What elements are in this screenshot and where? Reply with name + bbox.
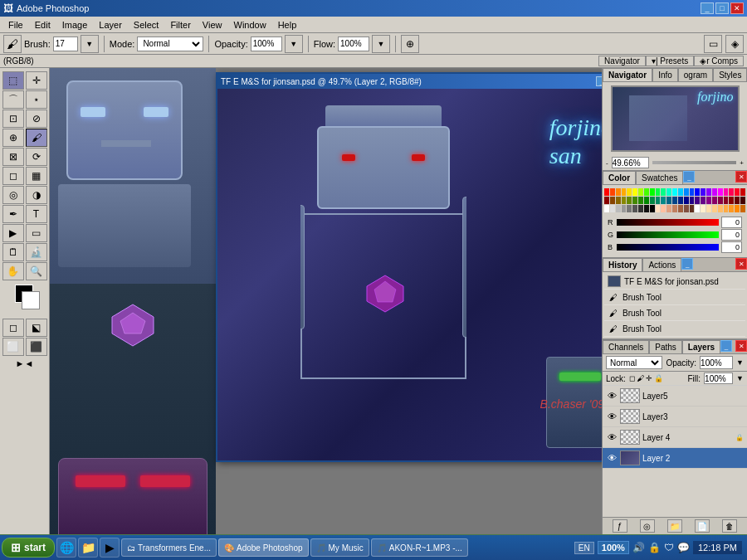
background-color[interactable] — [22, 291, 40, 309]
fill-arrow[interactable]: ▼ — [736, 374, 744, 382]
opacity-input[interactable] — [251, 37, 282, 51]
zoom-tool[interactable]: 🔍 — [26, 262, 47, 280]
swatch-26[interactable] — [610, 197, 615, 204]
magic-wand-tool[interactable]: ⋆ — [26, 90, 47, 109]
swatch-2[interactable] — [616, 188, 621, 196]
swatch-51[interactable] — [610, 205, 615, 212]
layer-eye-0[interactable]: 👁 — [606, 390, 618, 402]
new-layer-btn[interactable]: 📄 — [695, 519, 710, 533]
swatch-19[interactable] — [712, 188, 717, 196]
brushes-tab[interactable]: Navigator — [598, 56, 646, 66]
dodge-tool[interactable]: ◑ — [26, 186, 47, 204]
swatch-49[interactable] — [740, 197, 745, 204]
swatch-3[interactable] — [622, 188, 627, 196]
tab-swatches[interactable]: Swatches — [636, 171, 683, 184]
menu-image[interactable]: Image — [57, 18, 93, 32]
maximize-button[interactable]: □ — [715, 2, 729, 14]
crop-tool[interactable]: ⊡ — [2, 110, 24, 128]
pen-tool[interactable]: ✒ — [2, 205, 24, 223]
layer-style-btn[interactable]: ƒ — [613, 519, 627, 533]
brush-size-input[interactable] — [53, 37, 78, 51]
presets-tab[interactable]: ▾| Presets — [646, 56, 694, 66]
swatch-34[interactable] — [656, 197, 661, 204]
move-tool[interactable]: ✛ — [26, 71, 47, 90]
lock-paint-icon[interactable]: 🖌 — [637, 374, 644, 382]
taskbar-btn-1[interactable]: 🎨 Adobe Photoshop — [218, 538, 309, 557]
menu-edit[interactable]: Edit — [30, 18, 56, 32]
color-panel-min[interactable]: _ — [683, 171, 695, 183]
swatch-62[interactable] — [672, 205, 677, 212]
swatch-68[interactable] — [706, 205, 711, 212]
shape-tool[interactable]: ▭ — [26, 224, 47, 242]
brush-preset-btn[interactable]: ▼ — [81, 35, 99, 53]
slice-tool[interactable]: ⊘ — [26, 110, 47, 128]
swatch-4[interactable] — [627, 188, 632, 196]
history-item-0[interactable]: TF E M&S for jionsan.psd — [604, 274, 745, 290]
layer-item-0[interactable]: 👁 Layer5 — [603, 386, 747, 407]
taskbar-btn-2[interactable]: 🎵 My Music — [310, 538, 369, 557]
hand-tool[interactable]: ✋ — [2, 262, 24, 280]
swatch-21[interactable] — [724, 188, 729, 196]
history-panel-min[interactable]: _ — [681, 258, 693, 270]
taskbar-icon-media[interactable]: ▶ — [100, 538, 120, 558]
color-panel-close[interactable]: ✕ — [735, 171, 747, 183]
lock-move-icon[interactable]: ✛ — [646, 374, 652, 382]
menu-file[interactable]: File — [3, 18, 28, 32]
swatch-25[interactable] — [604, 197, 609, 204]
history-item-2[interactable]: 🖌 Brush Tool — [604, 305, 745, 321]
tab-navigator[interactable]: Navigator — [603, 68, 652, 81]
eraser-tool[interactable]: ◻ — [2, 167, 24, 185]
g-value[interactable] — [721, 229, 742, 241]
document-canvas[interactable]: forjino san B.chaser '09 — [217, 89, 602, 460]
swatch-56[interactable] — [638, 205, 643, 212]
swatch-54[interactable] — [627, 205, 632, 212]
r-slider[interactable] — [617, 219, 719, 226]
layer-eye-3[interactable]: 👁 — [606, 452, 618, 464]
swatch-43[interactable] — [706, 197, 711, 204]
taskbar-icon-folder[interactable]: 📁 — [78, 538, 98, 558]
mode-select[interactable]: Normal Multiply Screen — [137, 37, 203, 51]
swatch-32[interactable] — [644, 197, 649, 204]
zoom-in-icon[interactable]: + — [740, 159, 744, 167]
swatch-8[interactable] — [650, 188, 655, 196]
swatch-38[interactable] — [678, 197, 683, 204]
swatch-27[interactable] — [616, 197, 621, 204]
swatch-22[interactable] — [729, 188, 734, 196]
swatch-41[interactable] — [695, 197, 700, 204]
tab-channels[interactable]: Channels — [603, 340, 649, 353]
layers-panel-close[interactable]: ✕ — [735, 340, 747, 352]
layers-blend-mode[interactable]: Normal — [606, 356, 662, 369]
swatch-12[interactable] — [672, 188, 677, 196]
swatch-14[interactable] — [684, 188, 689, 196]
fullscreen-btn[interactable]: ⬛ — [26, 338, 47, 356]
swatch-24[interactable] — [740, 188, 745, 196]
swatch-23[interactable] — [735, 188, 740, 196]
menu-filter[interactable]: Filter — [165, 18, 195, 32]
lock-transparent-icon[interactable]: ◻ — [629, 374, 635, 382]
tab-color[interactable]: Color — [603, 171, 636, 184]
swatch-15[interactable] — [690, 188, 695, 196]
swatch-37[interactable] — [672, 197, 677, 204]
blur-tool[interactable]: ◎ — [2, 186, 24, 204]
swatch-70[interactable] — [718, 205, 723, 212]
swatch-61[interactable] — [666, 205, 671, 212]
screen-mode-btn[interactable]: ⬜ — [2, 338, 24, 356]
tab-histogram[interactable]: ogram — [678, 68, 713, 81]
b-slider[interactable] — [617, 244, 719, 251]
notes-tool[interactable]: 🗒 — [2, 243, 24, 261]
zoom-slider[interactable] — [652, 161, 737, 164]
swatch-29[interactable] — [627, 197, 632, 204]
swatch-35[interactable] — [661, 197, 666, 204]
layer-mask-btn[interactable]: ◎ — [640, 519, 655, 533]
swatch-18[interactable] — [706, 188, 711, 196]
layers-opacity-input[interactable] — [700, 356, 733, 369]
swatch-47[interactable] — [729, 197, 734, 204]
swatch-7[interactable] — [644, 188, 649, 196]
swatch-69[interactable] — [712, 205, 717, 212]
swatch-63[interactable] — [678, 205, 683, 212]
new-group-btn[interactable]: 📁 — [667, 519, 682, 533]
swatch-60[interactable] — [661, 205, 666, 212]
swatch-28[interactable] — [622, 197, 627, 204]
swatch-10[interactable] — [661, 188, 666, 196]
swatch-30[interactable] — [632, 197, 637, 204]
